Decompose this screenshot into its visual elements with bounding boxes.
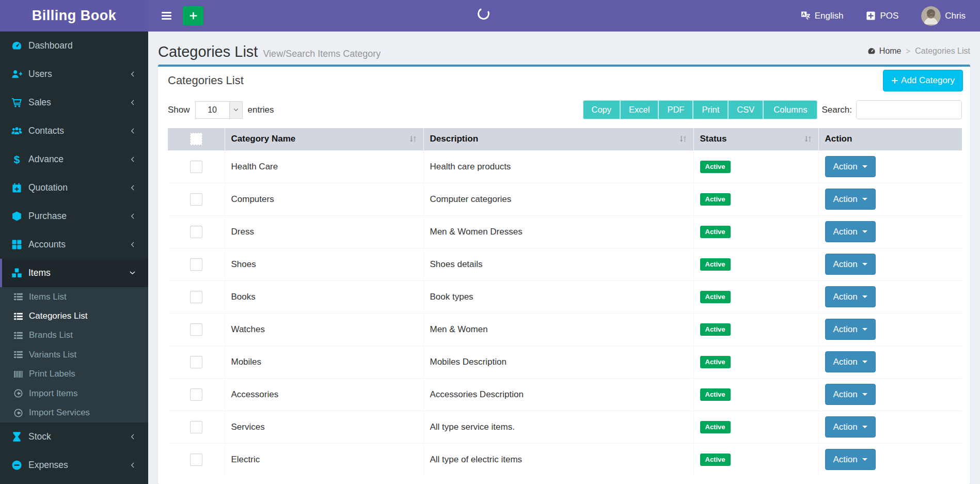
row-action-button[interactable]: Action [825, 286, 876, 307]
chevron-left-icon [129, 156, 136, 163]
row-action-button[interactable]: Action [825, 221, 876, 242]
sidebar-item-dashboard[interactable]: Dashboard [0, 32, 148, 60]
sidebar-item-label: Sales [28, 97, 129, 108]
hamburger-icon[interactable] [156, 6, 177, 25]
row-checkbox[interactable] [190, 226, 202, 238]
action-button-label: Action [833, 227, 858, 237]
row-checkbox[interactable] [190, 291, 202, 303]
brand-title: Billing Book [32, 8, 117, 24]
header-description[interactable]: Description [423, 128, 693, 150]
page-subtitle: View/Search Items Category [263, 49, 381, 59]
export-columns-button[interactable]: Columns [763, 100, 817, 119]
sidebar-subitem-import-services[interactable]: Import Services [0, 403, 148, 422]
status-cell: Active [693, 313, 818, 346]
sidebar-subitem-categories-list[interactable]: Categories List [0, 306, 148, 325]
sidebar-item-accounts[interactable]: Accounts [0, 230, 148, 259]
header-status[interactable]: Status [693, 128, 818, 150]
category-name-text: Shoes [231, 259, 256, 269]
row-action-button[interactable]: Action [825, 254, 876, 275]
sidebar-item-label: Quotation [28, 182, 129, 193]
sidebar-subitem: Print Labels [0, 365, 148, 384]
table-row: ShoesShoes detailsActiveAction [168, 248, 962, 280]
pos-button[interactable]: POS [866, 11, 898, 21]
barcode-icon [13, 369, 23, 379]
export-pdf-button[interactable]: PDF [658, 100, 693, 119]
sort-icon[interactable] [679, 135, 687, 143]
action-cell: Action [818, 313, 962, 346]
sidebar-subitem-brands-list[interactable]: Brands List [0, 326, 148, 345]
sidebar-item-expenses[interactable]: Expenses [0, 451, 148, 479]
checkbox-cell [168, 313, 225, 346]
chevron-down-icon [129, 270, 136, 276]
status-cell: Active [693, 411, 818, 443]
import-icon [13, 388, 23, 398]
sidebar-subitem-import-items[interactable]: Import Items [0, 384, 148, 403]
row-action-button[interactable]: Action [825, 416, 876, 438]
sidebar-item: ItemsItems ListCategories ListBrands Lis… [0, 259, 148, 423]
navbar-right: English POS Chris [801, 6, 980, 26]
sidebar-item-sales[interactable]: Sales [0, 88, 148, 117]
row-checkbox[interactable] [190, 454, 202, 466]
quick-add-button[interactable] [183, 6, 203, 25]
row-checkbox[interactable] [190, 323, 202, 336]
sidebar-item-label: Advance [28, 154, 129, 165]
export-print-button[interactable]: Print [693, 100, 728, 119]
sidebar-item-contacts[interactable]: Contacts [0, 117, 148, 145]
sidebar-subitem-print-labels[interactable]: Print Labels [0, 365, 148, 384]
sidebar-item-users[interactable]: Users [0, 60, 148, 88]
row-checkbox[interactable] [190, 258, 202, 271]
sidebar-item-stock[interactable]: Stock [0, 423, 148, 451]
cubes-icon [11, 268, 22, 278]
checkbox-cell [168, 378, 225, 411]
sidebar-item-items[interactable]: Items [0, 259, 148, 287]
action-button-label: Action [833, 162, 858, 172]
sidebar-subitem-label: Categories List [29, 311, 136, 321]
import-icon [13, 408, 23, 418]
sidebar-subitem-items-list[interactable]: Items List [0, 287, 148, 306]
sort-icon[interactable] [409, 135, 417, 143]
hourglass-icon [11, 431, 22, 442]
sidebar-subitem-label: Print Labels [29, 369, 136, 379]
table-row: ComputersComputer categoriesActiveAction [168, 183, 962, 215]
row-action-button[interactable]: Action [825, 449, 876, 470]
page-title: Categories List [158, 43, 258, 60]
row-action-button[interactable]: Action [825, 384, 876, 405]
sidebar-item-purchase[interactable]: Purchase [0, 202, 148, 230]
export-csv-button[interactable]: CSV [728, 100, 763, 119]
row-checkbox[interactable] [190, 161, 202, 173]
select-all-checkbox[interactable] [190, 133, 202, 145]
sort-icon[interactable] [804, 135, 812, 143]
sidebar-item: $Advance [0, 145, 148, 174]
language-menu[interactable]: English [801, 11, 844, 21]
export-copy-button[interactable]: Copy [583, 100, 621, 119]
row-checkbox[interactable] [190, 356, 202, 368]
sidebar-item-quotation[interactable]: Quotation [0, 174, 148, 202]
row-action-button[interactable]: Action [825, 189, 876, 210]
sidebar-item: Sales [0, 88, 148, 117]
app-logo[interactable]: Billing Book [0, 0, 148, 32]
row-action-button[interactable]: Action [825, 319, 876, 340]
row-checkbox[interactable] [190, 388, 202, 401]
row-action-button[interactable]: Action [825, 156, 876, 177]
cube-icon [11, 211, 22, 222]
breadcrumb-home-link[interactable]: Home [867, 46, 902, 56]
checkbox-cell [168, 443, 225, 476]
entries-select[interactable]: 10 [195, 101, 243, 119]
sidebar-subitem-variants-list[interactable]: Variants List [0, 345, 148, 364]
row-checkbox[interactable] [190, 421, 202, 433]
table-row: DressMen & Women DressesActiveAction [168, 215, 962, 248]
row-checkbox[interactable] [190, 193, 202, 206]
description-text: Men & Women Dresses [430, 227, 523, 237]
sidebar-item-advance[interactable]: $Advance [0, 145, 148, 174]
export-excel-button[interactable]: Excel [620, 100, 658, 119]
select-all-header-cell[interactable] [168, 128, 225, 150]
description-cell: Men & Women Dresses [423, 215, 693, 248]
row-action-button[interactable]: Action [825, 351, 876, 372]
search-input[interactable] [856, 100, 962, 119]
header-category-name[interactable]: Category Name [225, 128, 423, 150]
user-menu[interactable]: Chris [921, 6, 966, 26]
chevron-left-icon [129, 99, 136, 106]
add-category-button[interactable]: Add Category [883, 70, 963, 91]
category-name-cell: Computers [225, 183, 423, 215]
action-button-label: Action [833, 324, 858, 335]
